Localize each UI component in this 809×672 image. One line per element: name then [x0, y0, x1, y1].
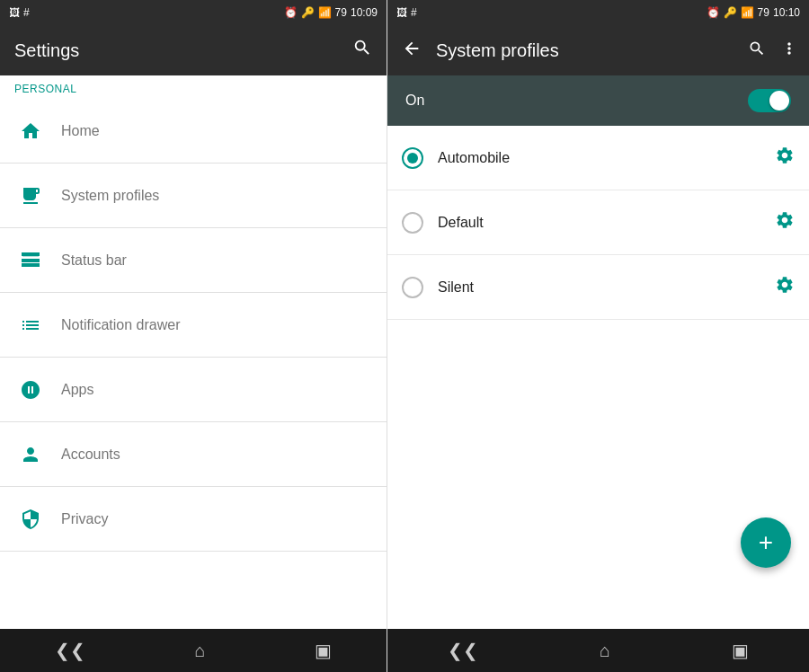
key-icon: 🔑	[301, 6, 315, 19]
right-key-icon: 🔑	[724, 6, 737, 19]
sidebar-item-privacy[interactable]: Privacy	[0, 487, 387, 552]
notification-drawer-label: Notification drawer	[61, 317, 181, 333]
privacy-label: Privacy	[61, 511, 108, 527]
more-options-icon[interactable]	[777, 36, 802, 66]
status-bar-icon	[14, 244, 47, 277]
radio-automobile-inner	[407, 153, 418, 164]
system-profiles-toggle[interactable]	[748, 89, 791, 112]
alarm-icon: ⏰	[284, 6, 298, 19]
radio-silent[interactable]	[402, 277, 423, 298]
settings-title: Settings	[14, 40, 79, 61]
default-settings-icon[interactable]	[775, 210, 795, 235]
hash-icon: #	[23, 6, 30, 19]
image-icon: 🖼	[9, 6, 20, 19]
right-status-bar: 🖼 # ⏰ 🔑 📶 79 10:10	[387, 0, 809, 25]
sidebar-item-system-profiles[interactable]: System profiles	[0, 164, 387, 228]
status-bar-label: Status bar	[61, 252, 127, 269]
right-recents-icon[interactable]: ▣	[732, 640, 749, 661]
right-image-icon: 🖼	[396, 6, 407, 19]
accounts-label: Accounts	[61, 447, 120, 463]
right-header: System profiles	[387, 25, 809, 75]
right-header-icons	[744, 36, 802, 66]
home-icon	[14, 115, 47, 147]
right-status-icons-right: ⏰ 🔑 📶 79 10:10	[707, 6, 800, 19]
search-icon[interactable]	[352, 38, 372, 63]
fab-plus-icon: +	[759, 528, 773, 557]
right-panel: 🖼 # ⏰ 🔑 📶 79 10:10 System profiles	[387, 0, 809, 672]
radio-automobile[interactable]	[402, 147, 423, 169]
right-signal-icon: 📶	[741, 6, 754, 19]
left-back-icon[interactable]: ❮❮	[55, 640, 85, 661]
battery-icon: 79	[335, 6, 347, 19]
sidebar-item-status-bar[interactable]: Status bar	[0, 228, 387, 293]
privacy-icon	[14, 503, 47, 535]
right-nav-bar: ❮❮ ⌂ ▣	[387, 629, 809, 672]
profile-item-silent[interactable]: Silent	[387, 255, 809, 320]
apps-label: Apps	[61, 382, 93, 398]
automobile-settings-icon[interactable]	[775, 146, 795, 171]
apps-icon	[14, 374, 47, 406]
sidebar-item-accounts[interactable]: Accounts	[0, 422, 387, 487]
accounts-icon	[14, 438, 47, 471]
left-status-bar: 🖼 # ⏰ 🔑 📶 79 10:09	[0, 0, 387, 25]
left-status-icons-left: 🖼 #	[9, 6, 30, 19]
right-hash-icon: #	[411, 6, 417, 19]
profile-item-default[interactable]: Default	[387, 190, 809, 255]
left-status-icons-right: ⏰ 🔑 📶 79 10:09	[284, 6, 378, 19]
system-profiles-label: System profiles	[61, 188, 159, 204]
right-home-icon[interactable]: ⌂	[600, 641, 610, 661]
silent-settings-icon[interactable]	[775, 275, 795, 300]
sidebar-item-apps[interactable]: Apps	[0, 358, 387, 422]
system-profiles-icon	[14, 180, 47, 212]
home-label: Home	[61, 123, 100, 139]
left-recents-icon[interactable]: ▣	[315, 640, 332, 661]
default-label: Default	[438, 215, 775, 231]
toggle-label: On	[405, 93, 424, 109]
right-alarm-icon: ⏰	[707, 6, 720, 19]
personal-section-label: Personal	[0, 75, 387, 99]
time-left: 10:09	[351, 6, 378, 19]
silent-label: Silent	[438, 279, 775, 296]
signal-icon: 📶	[318, 6, 332, 19]
toggle-knob	[769, 91, 789, 111]
left-home-icon[interactable]: ⌂	[194, 641, 205, 661]
radio-default[interactable]	[402, 212, 423, 234]
back-icon[interactable]	[395, 31, 429, 70]
profile-list-container: Automobile Default	[387, 126, 809, 629]
profile-item-automobile[interactable]: Automobile	[387, 126, 809, 190]
system-profiles-toggle-row: On	[387, 75, 809, 126]
left-header: Settings	[0, 25, 387, 75]
system-profiles-page-title: System profiles	[436, 40, 737, 61]
sidebar-item-notification-drawer[interactable]: Notification drawer	[0, 293, 387, 358]
automobile-label: Automobile	[438, 150, 775, 166]
add-profile-fab[interactable]: +	[741, 517, 791, 568]
left-panel: 🖼 # ⏰ 🔑 📶 79 10:09 Settings Personal Hom…	[0, 0, 387, 672]
right-time: 10:10	[773, 6, 800, 19]
right-status-icons-left: 🖼 #	[396, 6, 417, 19]
right-search-icon[interactable]	[744, 36, 769, 66]
notification-drawer-icon	[14, 309, 47, 341]
sidebar-item-home[interactable]: Home	[0, 99, 387, 164]
left-nav-bar: ❮❮ ⌂ ▣	[0, 629, 387, 672]
right-back-icon[interactable]: ❮❮	[448, 640, 478, 661]
right-battery-icon: 79	[758, 6, 769, 19]
